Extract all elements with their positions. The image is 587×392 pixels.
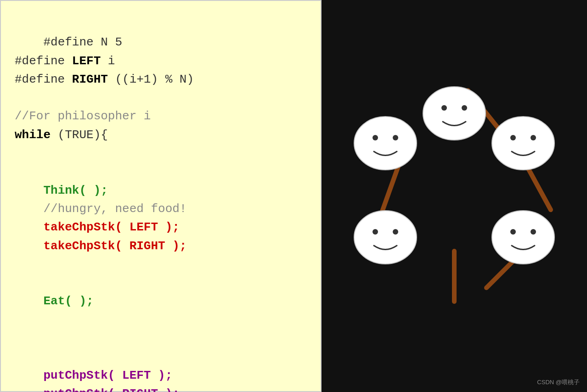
comment-philosopher: //For philosopher i: [15, 109, 151, 123]
watermark: CSDN @喂桃子: [537, 378, 580, 386]
func-put-right: putChpStk( RIGHT );: [43, 387, 179, 392]
func-take-right: takeChpStk( RIGHT );: [43, 239, 186, 253]
svg-point-14: [354, 211, 417, 264]
svg-point-19: [393, 135, 398, 140]
code-block: #define N 5 #define LEFT i #define RIGHT…: [15, 15, 307, 392]
svg-point-10: [531, 135, 536, 140]
svg-point-18: [373, 135, 378, 140]
line-define-right-pre: #define: [15, 73, 72, 86]
svg-point-16: [393, 229, 398, 235]
svg-point-6: [441, 105, 447, 111]
line-define-right-post: ((i+1) % N): [108, 73, 194, 86]
line-define-left-pre: #define: [15, 54, 72, 68]
keyword-right: RIGHT: [72, 73, 108, 86]
code-panel: #define N 5 #define LEFT i #define RIGHT…: [0, 0, 322, 392]
func-take-left: takeChpStk( LEFT );: [43, 220, 179, 234]
svg-point-11: [492, 211, 554, 264]
svg-point-12: [510, 229, 516, 235]
func-put-left: putChpStk( LEFT );: [43, 369, 172, 382]
func-eat: Eat( );: [43, 294, 93, 308]
func-think: Think( );: [43, 184, 107, 197]
svg-point-15: [373, 229, 378, 235]
philosophers-diagram: [326, 54, 583, 338]
while-condition: (TRUE){: [51, 128, 108, 142]
svg-point-7: [462, 105, 467, 111]
line-define-n: #define N 5: [43, 35, 122, 49]
line-define-left-post: i: [101, 54, 115, 68]
keyword-left: LEFT: [72, 54, 101, 68]
svg-point-8: [492, 117, 554, 170]
svg-point-9: [510, 135, 516, 140]
svg-point-13: [531, 229, 536, 235]
keyword-while: while: [15, 128, 51, 142]
diagram-panel: CSDN @喂桃子: [322, 0, 587, 392]
svg-point-17: [354, 117, 417, 170]
comment-hungry: //hungry, need food!: [43, 202, 186, 216]
svg-point-5: [423, 87, 485, 140]
